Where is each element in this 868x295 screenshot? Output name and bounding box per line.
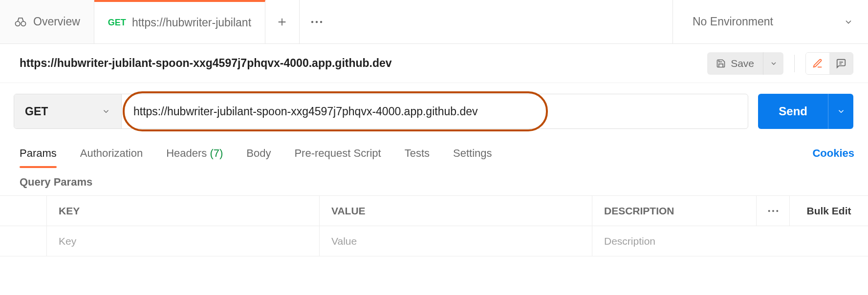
chevron-down-icon bbox=[770, 60, 778, 67]
title-actions: Save bbox=[707, 52, 853, 75]
value-input[interactable]: Value bbox=[320, 226, 592, 256]
query-params-label: Query Params bbox=[0, 167, 868, 195]
svg-point-3 bbox=[316, 21, 318, 22]
bulk-edit-label: Bulk Edit bbox=[806, 205, 851, 217]
row-handle bbox=[0, 226, 47, 256]
chevron-down-icon bbox=[102, 107, 110, 116]
tabstrip-spacer bbox=[334, 0, 673, 43]
save-button[interactable]: Save bbox=[707, 52, 763, 75]
dots-horizontal-icon bbox=[310, 20, 323, 24]
plus-icon bbox=[277, 17, 287, 27]
svg-point-2 bbox=[311, 21, 313, 22]
comment-icon bbox=[836, 58, 846, 69]
environment-label: No Environment bbox=[693, 15, 773, 28]
description-input[interactable]: Description bbox=[592, 226, 868, 256]
tab-options-button[interactable] bbox=[300, 0, 334, 43]
cookies-link[interactable]: Cookies bbox=[812, 147, 854, 160]
binoculars-icon bbox=[14, 15, 27, 29]
method-value: GET bbox=[25, 105, 48, 118]
subtab-authorization[interactable]: Authorization bbox=[80, 140, 143, 167]
params-empty-row[interactable]: Key Value Description bbox=[0, 226, 868, 256]
new-tab-button[interactable] bbox=[265, 0, 300, 43]
method-url-group: GET bbox=[14, 94, 748, 129]
subtab-label: Settings bbox=[453, 147, 492, 160]
subtab-params[interactable]: Params bbox=[20, 140, 57, 167]
send-label: Send bbox=[779, 105, 807, 118]
svg-point-0 bbox=[16, 21, 20, 25]
chevron-down-icon bbox=[837, 107, 846, 116]
svg-point-1 bbox=[21, 21, 25, 25]
request-row: GET Send bbox=[0, 83, 868, 140]
subtab-label: Authorization bbox=[80, 147, 143, 160]
subtab-settings[interactable]: Settings bbox=[453, 140, 492, 167]
chevron-down-icon bbox=[844, 17, 853, 27]
col-value-header: VALUE bbox=[320, 196, 592, 226]
pencil-icon bbox=[812, 58, 823, 69]
subtab-prerequest[interactable]: Pre-request Script bbox=[294, 140, 381, 167]
subtab-tests[interactable]: Tests bbox=[405, 140, 430, 167]
url-input[interactable] bbox=[122, 94, 748, 128]
params-header-row: KEY VALUE DESCRIPTION Bulk Edit bbox=[0, 196, 868, 226]
environment-selector[interactable]: No Environment bbox=[673, 0, 868, 43]
headers-count: (7) bbox=[210, 147, 223, 160]
tab-overview-label: Overview bbox=[33, 15, 80, 28]
edit-button[interactable] bbox=[806, 53, 829, 74]
svg-point-4 bbox=[320, 21, 322, 22]
col-description-header: DESCRIPTION bbox=[592, 196, 757, 226]
comments-button[interactable] bbox=[829, 53, 853, 74]
bulk-edit-button[interactable]: Bulk Edit bbox=[790, 196, 868, 226]
subtab-label: Params bbox=[20, 147, 57, 160]
params-table: KEY VALUE DESCRIPTION Bulk Edit Key Valu… bbox=[0, 195, 868, 256]
subtab-label: Pre-request Script bbox=[294, 147, 381, 160]
tab-active-request[interactable]: GET https://hubwriter-jubilant- bbox=[94, 0, 265, 43]
save-dropdown[interactable] bbox=[763, 52, 783, 75]
col-options-button[interactable] bbox=[757, 196, 790, 226]
cookies-label: Cookies bbox=[812, 147, 854, 159]
key-input[interactable]: Key bbox=[47, 226, 320, 256]
col-handle bbox=[0, 196, 47, 226]
svg-point-5 bbox=[768, 210, 770, 211]
col-key-header: KEY bbox=[47, 196, 320, 226]
svg-point-6 bbox=[772, 210, 774, 211]
send-dropdown[interactable] bbox=[828, 94, 853, 129]
tab-method-badge: GET bbox=[108, 18, 126, 28]
request-title: https://hubwriter-jubilant-spoon-xxg4597… bbox=[20, 57, 392, 70]
request-title-row: https://hubwriter-jubilant-spoon-xxg4597… bbox=[0, 44, 868, 83]
save-label: Save bbox=[731, 58, 754, 69]
svg-point-7 bbox=[776, 210, 778, 211]
tab-title: https://hubwriter-jubilant- bbox=[132, 16, 251, 29]
subtab-headers[interactable]: Headers (7) bbox=[166, 140, 223, 167]
subtab-row: Params Authorization Headers (7) Body Pr… bbox=[0, 140, 868, 167]
tab-strip: Overview GET https://hubwriter-jubilant-… bbox=[0, 0, 868, 44]
dots-horizontal-icon bbox=[767, 209, 779, 213]
tab-overview[interactable]: Overview bbox=[0, 0, 94, 43]
subtab-body[interactable]: Body bbox=[246, 140, 271, 167]
subtab-label: Body bbox=[246, 147, 271, 160]
subtab-label: Tests bbox=[405, 147, 430, 160]
send-button[interactable]: Send bbox=[758, 94, 828, 129]
method-select[interactable]: GET bbox=[14, 94, 122, 128]
subtab-label: Headers bbox=[166, 147, 207, 160]
save-icon bbox=[716, 59, 726, 68]
divider bbox=[794, 55, 795, 72]
